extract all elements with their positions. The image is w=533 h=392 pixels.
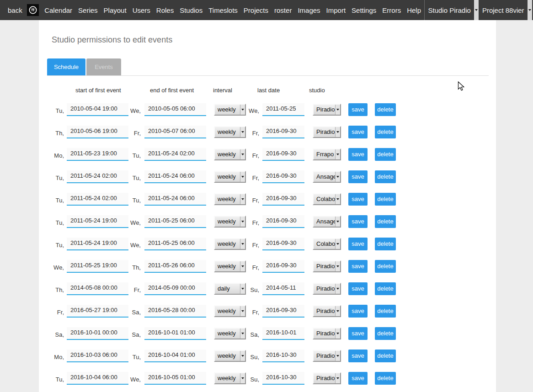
interval-select[interactable]: weekly [214, 216, 246, 228]
last-date-input[interactable] [262, 215, 304, 228]
chevron-down-icon[interactable] [335, 127, 340, 137]
interval-select[interactable]: weekly [214, 305, 246, 317]
chevron-down-icon[interactable] [335, 217, 340, 227]
save-button[interactable]: save [348, 193, 368, 206]
end-datetime-input[interactable] [144, 238, 206, 250]
last-date-input[interactable] [262, 327, 304, 340]
chevron-down-icon[interactable] [240, 373, 245, 383]
nav-item-roster[interactable]: roster [272, 6, 295, 14]
last-date-input[interactable] [262, 170, 304, 183]
delete-button[interactable]: delete [375, 372, 396, 385]
chevron-down-icon[interactable] [335, 261, 340, 271]
nav-item-calendar[interactable]: Calendar [42, 6, 75, 14]
start-datetime-input[interactable] [67, 282, 128, 295]
delete-button[interactable]: delete [375, 148, 396, 161]
end-datetime-input[interactable] [144, 103, 206, 116]
start-datetime-input[interactable] [67, 215, 128, 228]
interval-select[interactable]: weekly [214, 104, 246, 116]
end-datetime-input[interactable] [144, 148, 206, 161]
last-date-input[interactable] [262, 238, 304, 250]
delete-button[interactable]: delete [375, 282, 396, 295]
nav-item-errors[interactable]: Errors [379, 6, 404, 14]
delete-button[interactable]: delete [375, 260, 396, 273]
nav-item-images[interactable]: Images [295, 6, 323, 14]
start-datetime-input[interactable] [67, 103, 128, 116]
end-datetime-input[interactable] [144, 126, 206, 138]
nav-item-help[interactable]: Help [404, 6, 424, 14]
start-datetime-input[interactable] [67, 170, 128, 183]
last-date-input[interactable] [262, 305, 304, 318]
save-button[interactable]: save [348, 103, 368, 116]
start-datetime-input[interactable] [67, 193, 128, 206]
tab-events[interactable]: Events [86, 58, 121, 75]
end-datetime-input[interactable] [144, 282, 206, 295]
start-datetime-input[interactable] [67, 305, 128, 318]
studio-dropdown[interactable]: Studio Piradio [425, 0, 479, 20]
studio-select[interactable]: Piradio [313, 328, 341, 339]
chevron-down-icon[interactable] [240, 172, 245, 182]
project-dropdown[interactable]: Project 88vier [479, 0, 532, 20]
last-date-input[interactable] [262, 103, 304, 116]
chevron-down-icon[interactable] [240, 149, 245, 159]
last-date-input[interactable] [262, 148, 304, 161]
piradio-logo-icon[interactable] [27, 4, 39, 16]
studio-select[interactable]: Ansage [313, 171, 341, 183]
chevron-down-icon[interactable] [240, 284, 245, 294]
interval-select[interactable]: weekly [214, 193, 246, 205]
start-datetime-input[interactable] [67, 260, 128, 273]
studio-select[interactable]: Ansage [313, 216, 341, 228]
end-datetime-input[interactable] [144, 372, 206, 385]
last-date-input[interactable] [262, 260, 304, 273]
chevron-down-icon[interactable] [335, 306, 340, 316]
delete-button[interactable]: delete [375, 193, 396, 206]
chevron-down-icon[interactable] [240, 194, 245, 204]
chevron-down-icon[interactable] [528, 0, 532, 20]
interval-select[interactable]: weekly [214, 372, 246, 384]
delete-button[interactable]: delete [375, 103, 396, 116]
studio-select[interactable]: Piradio [313, 104, 341, 116]
save-button[interactable]: save [348, 215, 368, 228]
delete-button[interactable]: delete [375, 215, 396, 228]
end-datetime-input[interactable] [144, 170, 206, 183]
delete-button[interactable]: delete [375, 327, 396, 340]
nav-item-roles[interactable]: Roles [153, 6, 176, 14]
nav-item-timeslots[interactable]: Timeslots [206, 6, 241, 14]
nav-item-studios[interactable]: Studios [177, 6, 206, 14]
chevron-down-icon[interactable] [335, 284, 340, 294]
nav-item-projects[interactable]: Projects [240, 6, 271, 14]
studio-select[interactable]: Piradio [313, 305, 341, 317]
chevron-down-icon[interactable] [240, 217, 245, 227]
last-date-input[interactable] [262, 350, 304, 362]
studio-select[interactable]: Piradio [313, 350, 341, 362]
end-datetime-input[interactable] [144, 305, 206, 318]
interval-select[interactable]: weekly [214, 171, 246, 183]
studio-select[interactable]: Colabo [313, 193, 341, 205]
last-date-input[interactable] [262, 126, 304, 138]
studio-select[interactable]: Piradio [313, 126, 341, 138]
last-date-input[interactable] [262, 193, 304, 206]
save-button[interactable]: save [348, 148, 368, 161]
chevron-down-icon[interactable] [335, 149, 340, 159]
chevron-down-icon[interactable] [335, 328, 340, 339]
delete-button[interactable]: delete [375, 350, 396, 362]
studio-select[interactable]: Piradio [313, 260, 341, 272]
chevron-down-icon[interactable] [335, 373, 340, 383]
interval-select[interactable]: weekly [214, 238, 246, 250]
save-button[interactable]: save [348, 238, 368, 250]
nav-item-playout[interactable]: Playout [101, 6, 129, 14]
delete-button[interactable]: delete [375, 238, 396, 250]
chevron-down-icon[interactable] [335, 239, 340, 249]
start-datetime-input[interactable] [67, 238, 128, 250]
chevron-down-icon[interactable] [240, 239, 245, 249]
save-button[interactable]: save [348, 170, 368, 183]
chevron-down-icon[interactable] [335, 351, 340, 361]
start-datetime-input[interactable] [67, 148, 128, 161]
interval-select[interactable]: weekly [214, 148, 246, 160]
delete-button[interactable]: delete [375, 170, 396, 183]
save-button[interactable]: save [348, 372, 368, 385]
save-button[interactable]: save [348, 305, 368, 318]
delete-button[interactable]: delete [375, 305, 396, 318]
back-link[interactable]: back [8, 6, 22, 14]
studio-select[interactable]: Colabo [313, 238, 341, 250]
interval-select[interactable]: weekly [214, 328, 246, 339]
